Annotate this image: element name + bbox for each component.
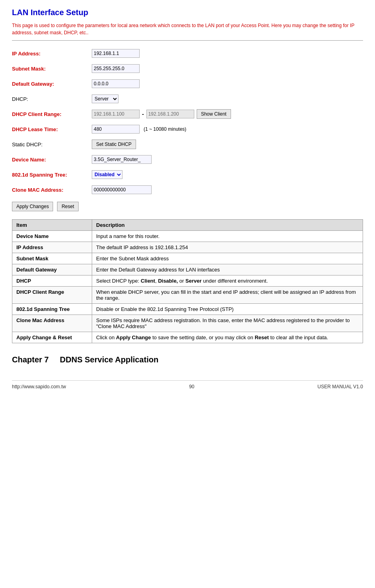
device-name-input[interactable] — [92, 155, 152, 164]
apply-changes-button[interactable]: Apply Changes — [12, 202, 53, 211]
table-cell-item: DHCP — [12, 275, 92, 287]
chapter-title: Chapter 7 DDNS Service Application — [12, 355, 363, 364]
table-row: 802.1d Spanning TreeDisable or Enable th… — [12, 304, 363, 315]
static-dhcp-row: Static DHCP: Set Static DHCP — [12, 139, 363, 150]
table-cell-description: Enter the Default Gateway address for LA… — [92, 264, 363, 275]
default-gateway-input[interactable] — [92, 79, 140, 88]
table-cell-description: Enter the Subnet Mask address — [92, 253, 363, 264]
clone-mac-row: Clone MAC Address: — [12, 184, 363, 195]
table-cell-description: Input a name for this router. — [92, 231, 363, 242]
set-static-dhcp-button[interactable]: Set Static DHCP — [92, 140, 136, 149]
table-cell-item: DHCP Client Range — [12, 287, 92, 304]
table-cell-item: Subnet Mask — [12, 253, 92, 264]
dhcp-row: DHCP: Server Client Disable — [12, 93, 363, 104]
footer: http://www.sapido.com.tw 90 USER MANUAL … — [12, 380, 363, 389]
ip-address-label: IP Address: — [12, 51, 92, 57]
table-row: Apply Change & ResetClick on Apply Chang… — [12, 332, 363, 343]
dhcp-lease-time-input[interactable] — [92, 125, 140, 134]
subnet-mask-input[interactable] — [92, 64, 140, 73]
dhcp-lease-time-label: DHCP Lease Time: — [12, 126, 92, 132]
table-cell-item: Apply Change & Reset — [12, 332, 92, 343]
table-row: Subnet MaskEnter the Subnet Mask address — [12, 253, 363, 264]
dhcp-range-dash: - — [142, 111, 144, 117]
table-cell-item: Default Gateway — [12, 264, 92, 275]
table-row: Clone Mac AddressSome ISPs require MAC a… — [12, 315, 363, 332]
dhcp-client-range-label: DHCP Client Range: — [12, 111, 92, 117]
footer-manual: USER MANUAL V1.0 — [318, 384, 363, 389]
spanning-tree-select[interactable]: Disabled Enabled — [92, 170, 122, 179]
ip-address-row: IP Address: — [12, 48, 363, 59]
spanning-tree-label: 802.1d Spanning Tree: — [12, 172, 92, 178]
form-button-row: Apply Changes Reset — [12, 202, 363, 211]
show-client-button[interactable]: Show Client — [197, 109, 231, 119]
spanning-tree-row: 802.1d Spanning Tree: Disabled Enabled — [12, 169, 363, 180]
table-cell-description: Disable or Enable the 802.1d Spanning Tr… — [92, 304, 363, 315]
chapter-heading: Chapter 7 DDNS Service Application — [12, 355, 363, 364]
dhcp-range-group: - Show Client — [92, 109, 231, 119]
chapter-number: Chapter 7 — [12, 355, 49, 364]
table-cell-item: Device Name — [12, 231, 92, 242]
table-row: Device NameInput a name for this router. — [12, 231, 363, 242]
page-description: This page is used to configure the param… — [12, 22, 363, 36]
footer-page: 90 — [189, 384, 194, 389]
default-gateway-row: Default Gateway: — [12, 78, 363, 89]
subnet-mask-row: Subnet Mask: — [12, 63, 363, 74]
subnet-mask-label: Subnet Mask: — [12, 66, 92, 72]
col-item-header: Item — [12, 220, 92, 231]
description-table: Item Description Device NameInput a name… — [12, 219, 363, 343]
spanning-tree-group: Disabled Enabled — [92, 170, 122, 179]
title-divider — [12, 40, 363, 41]
table-header-row: Item Description — [12, 220, 363, 231]
table-cell-description: The default IP address is 192.168.1.254 — [92, 242, 363, 253]
ip-address-input[interactable] — [92, 49, 140, 58]
dhcp-client-range-row: DHCP Client Range: - Show Client — [12, 108, 363, 120]
static-dhcp-label: Static DHCP: — [12, 142, 92, 147]
dhcp-range-start-input[interactable] — [92, 110, 140, 118]
device-name-row: Device Name: — [12, 154, 363, 165]
table-row: DHCP Client RangeWhen enable DHCP server… — [12, 287, 363, 304]
clone-mac-label: Clone MAC Address: — [12, 187, 92, 193]
dhcp-select[interactable]: Server Client Disable — [92, 94, 118, 103]
clone-mac-input[interactable] — [92, 185, 152, 194]
table-cell-description: Click on Apply Change to save the settin… — [92, 332, 363, 343]
dhcp-label: DHCP: — [12, 96, 92, 102]
table-cell-description: When enable DHCP server, you can fill in… — [92, 287, 363, 304]
table-cell-item: IP Address — [12, 242, 92, 253]
default-gateway-label: Default Gateway: — [12, 81, 92, 87]
lan-form: IP Address: Subnet Mask: Default Gateway… — [12, 48, 363, 211]
dhcp-lease-hint: (1 ~ 10080 minutes) — [144, 126, 186, 132]
table-row: Default GatewayEnter the Default Gateway… — [12, 264, 363, 275]
device-name-label: Device Name: — [12, 157, 92, 163]
table-cell-description: Some ISPs require MAC address registrati… — [92, 315, 363, 332]
dhcp-range-end-input[interactable] — [146, 110, 194, 118]
footer-url: http://www.sapido.com.tw — [12, 384, 66, 389]
table-cell-description: Select DHCP type: Client, Disable, or Se… — [92, 275, 363, 287]
reset-button[interactable]: Reset — [57, 202, 78, 211]
table-row: DHCPSelect DHCP type: Client, Disable, o… — [12, 275, 363, 287]
table-cell-item: 802.1d Spanning Tree — [12, 304, 92, 315]
chapter-title-text: DDNS Service Application — [60, 355, 158, 364]
col-description-header: Description — [92, 220, 363, 231]
table-cell-item: Clone Mac Address — [12, 315, 92, 332]
page-title: LAN Interface Setup — [12, 8, 363, 17]
dhcp-lease-time-row: DHCP Lease Time: (1 ~ 10080 minutes) — [12, 124, 363, 135]
table-row: IP AddressThe default IP address is 192.… — [12, 242, 363, 253]
